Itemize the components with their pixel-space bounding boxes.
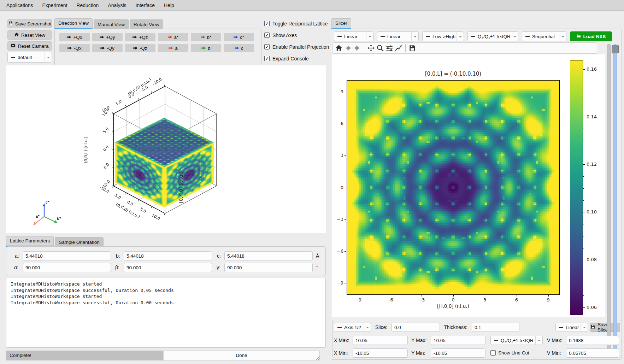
lattice-beta-input[interactable] [124,263,212,272]
tab-manual-view[interactable]: Manual View [94,19,129,29]
progress-label: Done [236,353,247,358]
direction-button-plusQz[interactable]: +Qz [125,33,155,41]
menu-item-applications[interactable]: Applications [6,2,33,8]
folder-open-icon [576,34,581,40]
direction-button-a-star[interactable]: a* [158,33,188,41]
colorbar-minor-tick [583,129,584,129]
forward-icon[interactable] [353,43,362,53]
show-line-cut-option[interactable]: Show Line Cut [490,350,529,356]
zoom-icon[interactable] [376,43,385,53]
menu-item-interface[interactable]: Interface [136,2,155,8]
viewport-3d[interactable]: -10.0-10.010.0-5.0-5.05.00.00.00.05.05.0… [6,65,326,233]
x-tick-label: −6 [383,297,397,303]
dash-icon [11,57,15,58]
colorbar-max-slider[interactable] [613,44,617,356]
pan-icon[interactable] [366,43,376,53]
lattice-alpha-input[interactable] [23,263,111,272]
x-max-input[interactable] [353,336,408,345]
reset-view-button[interactable]: Reset View [7,30,52,40]
load-nxs-button[interactable]: Load NXS [570,31,612,41]
slice-input[interactable] [392,323,440,332]
y-tick-mark [345,219,346,220]
checkbox[interactable]: ✓ [264,33,270,38]
x-scale-dropdown[interactable]: Linear [334,31,373,41]
view-options: ✓Toggle Reciprocal Lattice✓Show Axes✓Ena… [264,18,329,64]
lattice-c-input[interactable] [224,251,313,260]
thickness-input[interactable] [472,323,519,332]
status-text: Complete! [10,351,31,360]
show-line-cut-checkbox[interactable] [490,350,496,356]
direction-button-minus-Qx[interactable]: -Qx [59,44,90,52]
v-min-input[interactable] [566,348,619,358]
plot-toolbar [332,42,597,54]
view-preset-dropdown[interactable]: default [7,52,52,63]
direction-button-plusQx[interactable]: +Qx [59,33,90,41]
menu-item-analysis[interactable]: Analysis [108,2,126,8]
line-plot-icon[interactable] [394,43,403,53]
colorbar-minor-tick [583,248,584,248]
option-show-axes[interactable]: ✓Show Axes [264,29,329,41]
x-tick-mark [517,295,517,297]
direction-button-b[interactable]: b [191,44,221,52]
tab-lattice-parameters[interactable]: Lattice Parameters [6,236,54,247]
y-max-input[interactable] [431,336,485,345]
lattice-a-input[interactable] [23,251,111,260]
customize-icon[interactable] [385,43,394,53]
direction-button-label: +Qy [106,35,115,40]
colorbar-tick-label: 0.10 [587,209,597,215]
checkbox[interactable]: ✓ [264,44,270,49]
tab-sample-orientation[interactable]: Sample Orientation [55,237,104,247]
save-screenshot-button[interactable]: Save Screenshot [7,19,52,28]
direction-button-label: -Qz [140,46,147,51]
save-icon[interactable] [408,43,417,53]
lattice-gamma-input[interactable] [224,263,313,272]
arrow-icon [201,46,206,51]
v-max-input[interactable] [566,336,619,345]
direction-button-a[interactable]: a [158,44,188,52]
reset-camera-button[interactable]: Reset Camera [7,41,52,51]
option-expand-console[interactable]: ✓Expand Console [264,53,329,64]
menu-item-help[interactable]: Help [164,2,174,8]
menu-item-experiment[interactable]: Experiment [42,2,67,8]
checkbox[interactable]: ✓ [264,21,270,26]
colorbar-minor-tick [583,236,584,236]
slice-scale-dropdown[interactable]: Linear [555,323,588,332]
dropdown-value: Q₃/Q₁±1.5×IQR [478,34,511,39]
option-enable-parallel-projection[interactable]: ✓Enable Parallel Projection [264,41,329,53]
tab-direction-view[interactable]: Direction View [54,18,93,29]
direction-button-minus-Qz[interactable]: -Qz [125,44,155,52]
back-icon[interactable] [343,43,353,53]
slice-heatmap-canvas[interactable] [347,80,560,295]
colormap-dropdown[interactable]: Sequential [522,31,566,41]
y-scale-dropdown[interactable]: Linear [377,31,419,41]
y-min-input[interactable] [431,348,485,358]
axis-selector-dropdown[interactable]: Axis 1/2 [334,323,371,332]
dash-icon [337,327,342,328]
checkbox[interactable]: ✓ [264,56,270,61]
option-toggle-reciprocal-lattice[interactable]: ✓Toggle Reciprocal Lattice [264,18,329,29]
y-tick-label: −3 [332,217,343,222]
colorbar-min-slider[interactable] [607,44,611,356]
home-icon [14,32,19,38]
direction-button-b-star[interactable]: b* [191,33,221,41]
direction-button-label: -Qx [74,46,82,51]
colorbar-direction-dropdown[interactable]: Low->High [422,31,464,41]
tab-rotate-view[interactable]: Rotate View [130,19,163,29]
clim-method-dropdown-2[interactable]: Q₃/Q₁±1.5×IQR [490,336,543,345]
direction-button-c[interactable]: c [224,44,254,52]
option-label: Enable Parallel Projection [272,44,329,50]
clim-method-dropdown[interactable]: Q₃/Q₁±1.5×IQR [467,31,518,41]
direction-button-minus-Qy[interactable]: -Qy [92,44,123,52]
x-min-input[interactable] [353,348,408,358]
menu-item-reduction[interactable]: Reduction [76,2,99,8]
colorbar [570,60,583,315]
chevron-down-icon [559,32,566,41]
direction-button-c-star[interactable]: c* [224,33,254,41]
tab-slicer[interactable]: Slicer [331,18,351,29]
direction-button-plusQy[interactable]: +Qy [92,33,123,41]
orientation-triad: c* a* b* [27,198,65,230]
slider-thumb[interactable] [612,45,619,53]
lattice-b-input[interactable] [124,251,212,260]
home-icon[interactable] [334,43,343,53]
y-tick-mark [345,92,346,92]
